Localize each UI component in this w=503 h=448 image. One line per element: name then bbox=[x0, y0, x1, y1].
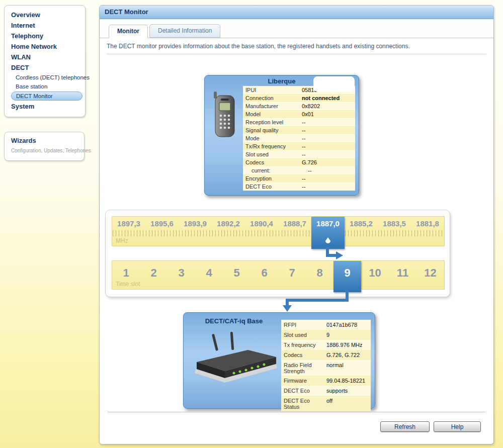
timeslot-cell: 3 bbox=[167, 261, 195, 289]
row-value: -- bbox=[308, 166, 311, 174]
help-button[interactable]: Help bbox=[434, 421, 481, 432]
sidebar-item-telephony[interactable]: Telephony bbox=[5, 31, 85, 41]
freq-cell: 1883,5 bbox=[378, 217, 411, 246]
sidebar-item-home-network[interactable]: Home Network bbox=[5, 41, 85, 52]
row-label: Slot used bbox=[243, 150, 302, 158]
table-row: Manufacturer0x8202 bbox=[243, 102, 355, 110]
page-title: DECT Monitor bbox=[100, 6, 493, 19]
spectrum-panel: 1897,3 1895,6 1893,9 1892,2 1890,4 1888,… bbox=[105, 210, 450, 297]
base-title: DECT/CAT-iq Base bbox=[189, 317, 279, 325]
timeslot-cell: 6 bbox=[250, 261, 278, 289]
timeslot-cell: 12 bbox=[416, 261, 444, 289]
sidebar-item-internet[interactable]: Internet bbox=[5, 20, 85, 31]
freq-cell: 1895,6 bbox=[145, 217, 179, 246]
timeslot-cell: 8 bbox=[306, 261, 333, 289]
row-label: DECT Eco Status bbox=[281, 396, 326, 411]
freq-cell: 1890,4 bbox=[245, 217, 278, 246]
table-row: Tx/Rx frequency-- bbox=[243, 142, 355, 150]
table-row: DECT Ecosupports bbox=[281, 386, 371, 396]
tab-monitor[interactable]: Monitor bbox=[109, 25, 148, 38]
row-value: -- bbox=[302, 183, 305, 191]
table-row: Firmware99.04.85-18221 bbox=[281, 376, 371, 386]
timeslot-cell: 10 bbox=[361, 261, 389, 289]
row-label: current: bbox=[243, 166, 308, 174]
row-label: Slot used bbox=[281, 330, 326, 340]
row-label: Firmware bbox=[281, 376, 326, 386]
row-label: Codecs bbox=[281, 350, 326, 360]
row-value: 9 bbox=[326, 330, 329, 340]
row-label: Tx frequency bbox=[281, 340, 326, 350]
sidebar-subitem-base-station[interactable]: Base station bbox=[5, 82, 85, 91]
table-row: Signal quality-- bbox=[243, 126, 355, 134]
row-value: -- bbox=[302, 126, 305, 134]
timeslot-bar: 1 2 3 4 5 6 7 8 9 10 11 12 Time slot bbox=[112, 260, 445, 290]
handset-phone-icon bbox=[209, 91, 240, 139]
handset-card: Liberque IPUI05813 Connectionnot connect… bbox=[204, 75, 359, 196]
row-value: -- bbox=[302, 134, 305, 142]
row-value: -- bbox=[302, 150, 305, 158]
timeslot-cell: 11 bbox=[389, 261, 416, 289]
wizards-title[interactable]: Wizards bbox=[11, 137, 84, 144]
mhz-label: MHz bbox=[116, 237, 128, 244]
table-row: DECT Eco-- bbox=[243, 183, 355, 191]
row-value: 0x01 bbox=[302, 110, 314, 118]
table-row: current:-- bbox=[243, 166, 355, 174]
freq-cell: 1885,2 bbox=[345, 217, 378, 246]
timeslot-cell: 4 bbox=[195, 261, 223, 289]
freq-cell: 1888,7 bbox=[278, 217, 311, 246]
freq-cell-selected: 1887,0 bbox=[311, 217, 345, 249]
table-row: CodecsG.726, G.722 bbox=[281, 350, 371, 360]
redaction-overlay bbox=[313, 76, 355, 92]
row-label: Signal quality bbox=[243, 126, 302, 134]
row-value: 0x8202 bbox=[302, 102, 320, 110]
table-row: Slot used9 bbox=[281, 330, 371, 340]
row-value: supports bbox=[326, 386, 348, 396]
tab-detailed-information[interactable]: Detailed Information bbox=[149, 24, 220, 38]
sidebar-item-wlan[interactable]: WLAN bbox=[5, 52, 85, 62]
table-row: Slot used-- bbox=[243, 150, 355, 158]
footer-separator bbox=[108, 412, 485, 414]
tab-bar: Monitor Detailed Information bbox=[100, 19, 493, 38]
freq-marker-icon bbox=[325, 237, 331, 245]
table-row: Reception level-- bbox=[243, 118, 355, 126]
table-row: RFPI0147a1b678 bbox=[281, 320, 371, 330]
table-row: Radio Field Strengthnormal bbox=[281, 360, 371, 376]
timeslot-cell: 2 bbox=[140, 261, 167, 289]
row-value: -- bbox=[302, 174, 305, 183]
row-label: RFPI bbox=[281, 320, 326, 330]
table-row: Tx frequency1886.976 MHz bbox=[281, 340, 371, 350]
row-value: 0147a1b678 bbox=[326, 320, 357, 330]
row-value: not connected bbox=[302, 94, 340, 102]
row-label: DECT Eco bbox=[281, 386, 326, 396]
row-value: -- bbox=[302, 142, 305, 150]
wizards-box: Wizards Configuration, Updates, Telephon… bbox=[4, 132, 85, 161]
base-table: RFPI0147a1b678 Slot used9 Tx frequency18… bbox=[281, 320, 371, 411]
sidebar-subitem-cordless-telephones[interactable]: Cordless (DECT) telephones bbox=[5, 73, 85, 82]
table-row: Mode-- bbox=[243, 134, 355, 142]
handset-table: IPUI05813 Connectionnot connected Manufa… bbox=[243, 86, 355, 191]
timeslot-cell: 5 bbox=[223, 261, 250, 289]
sidebar-subitem-dect-monitor[interactable]: DECT Monitor bbox=[11, 92, 82, 101]
wizards-subtitle: Configuration, Updates, Telephones bbox=[11, 148, 84, 153]
table-row: DECT Eco Statusoff bbox=[281, 396, 371, 411]
row-value: off bbox=[326, 396, 332, 411]
sidebar-item-system[interactable]: System bbox=[5, 101, 85, 112]
table-row: Encryption-- bbox=[243, 174, 355, 183]
sidebar: Overview Internet Telephony Home Network… bbox=[4, 5, 86, 117]
table-row: Model0x01 bbox=[243, 110, 355, 118]
row-label: Tx/Rx frequency bbox=[243, 142, 302, 150]
row-value: G.726 bbox=[302, 158, 317, 166]
timeslot-label: Time slot bbox=[116, 281, 140, 288]
freq-cell: 1893,9 bbox=[179, 217, 212, 246]
freq-cell: 1892,2 bbox=[212, 217, 245, 246]
table-row: CodecsG.726 bbox=[243, 158, 355, 166]
row-label: Radio Field Strength bbox=[281, 360, 326, 376]
sidebar-item-dect[interactable]: DECT bbox=[5, 62, 85, 73]
timeslot-cell: 7 bbox=[278, 261, 306, 289]
row-label: Encryption bbox=[243, 174, 302, 183]
row-label: Codecs bbox=[243, 158, 302, 166]
row-label: DECT Eco bbox=[243, 183, 302, 191]
refresh-button[interactable]: Refresh bbox=[380, 421, 430, 432]
freq-cell: 1881,8 bbox=[411, 217, 444, 246]
sidebar-item-overview[interactable]: Overview bbox=[5, 10, 85, 20]
